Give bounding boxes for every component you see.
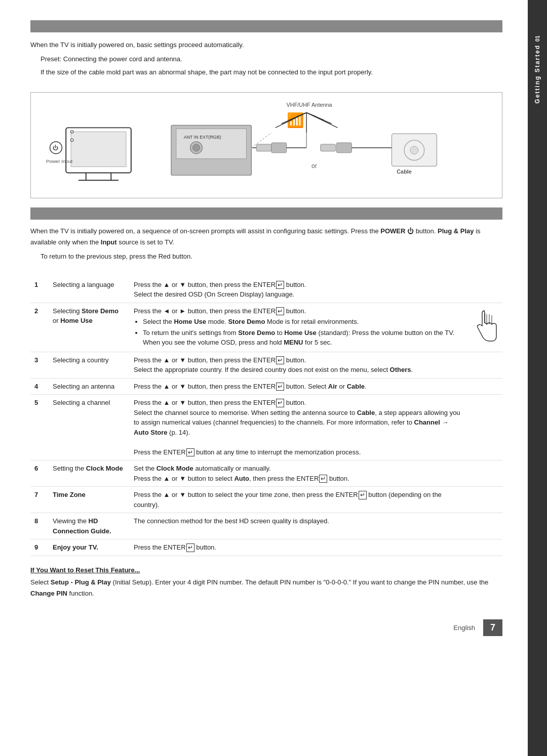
svg-text:VHF/UHF Antenna: VHF/UHF Antenna (287, 102, 333, 108)
svg-rect-12 (71, 132, 126, 167)
svg-rect-28 (271, 143, 287, 153)
step-8-label: Viewing the HD Connection Guide. (49, 513, 130, 539)
side-tab-number: 01 (534, 35, 540, 41)
step-2-label: Selecting Store Demo or Home Use (49, 303, 130, 352)
table-row: 8 Viewing the HD Connection Guide. The c… (30, 513, 502, 539)
step-9-desc: Press the ENTER↵ button. (130, 539, 467, 556)
step-5-label: Selecting a channel (49, 395, 130, 460)
step-9-label: Enjoy your TV. (49, 539, 130, 556)
enter-icon: ↵ (276, 307, 284, 315)
hand-icon (472, 308, 497, 344)
step-8-number: 8 (30, 513, 49, 539)
enter-icon: ↵ (186, 543, 194, 552)
step-4-number: 4 (30, 378, 49, 395)
reset-title: If You Want to Reset This Feature... (30, 566, 502, 574)
table-row: 5 Selecting a channel Press the ▲ or ▼ b… (30, 395, 502, 460)
hand-icon-cell (467, 303, 502, 352)
step-4-label: Selecting an antenna (49, 378, 130, 395)
enter-icon: ↵ (276, 281, 284, 289)
svg-rect-37 (321, 144, 336, 151)
step-9-number: 9 (30, 539, 49, 556)
indent-text-1: Preset: Connecting the power cord and an… (41, 54, 502, 65)
svg-point-33 (410, 146, 418, 154)
steps-table: 1 Selecting a language Press the ▲ or ▼ … (30, 277, 502, 556)
step-5-desc: Press the ▲ or ▼ button, then press the … (130, 395, 467, 460)
svg-rect-22 (176, 129, 247, 159)
reset-section: If You Want to Reset This Feature... Sel… (30, 566, 502, 599)
step-2-number: 2 (30, 303, 49, 352)
return-text: To return to the previous step, press th… (41, 251, 502, 262)
svg-rect-38 (337, 143, 352, 153)
intro-text-2: When the TV is initially powered on, a s… (30, 226, 502, 248)
side-tab-label: Getting Started (534, 45, 541, 104)
step-5-number: 5 (30, 395, 49, 460)
footer: English 7 (30, 614, 502, 636)
reset-text: Select Setup - Plug & Play (Initial Setu… (30, 577, 502, 599)
indent-text-2: If the size of the cable mold part was a… (41, 67, 502, 78)
home-use-bold: Home Use (60, 317, 93, 324)
store-demo-bold: Store Demo (82, 307, 119, 315)
step-7-label: Time Zone (49, 487, 130, 513)
svg-text:Power Input: Power Input (46, 158, 73, 164)
power-bold: POWER (380, 227, 405, 235)
step-1-number: 1 (30, 277, 49, 303)
footer-language: English (453, 624, 475, 632)
svg-point-25 (193, 144, 200, 151)
svg-text:ANT IN   EXT(RGB): ANT IN EXT(RGB) (184, 135, 221, 140)
plug-play-bold: Plug & Play (438, 227, 474, 235)
step-3-label: Selecting a country (49, 352, 130, 378)
step-7-number: 7 (30, 487, 49, 513)
table-row: 3 Selecting a country Press the ▲ or ▼ b… (30, 352, 502, 378)
antenna-diagram: VHF/UHF Antenna 📶 (30, 92, 502, 198)
enter-icon: ↵ (319, 475, 327, 483)
enter-icon: ↵ (276, 356, 284, 364)
step-6-label: Setting the Clock Mode (49, 460, 130, 487)
step-1-desc: Press the ▲ or ▼ button, then press the … (130, 277, 467, 303)
input-bold: Input (101, 238, 117, 246)
side-tab: 01 Getting Started (528, 0, 547, 756)
table-row: 6 Setting the Clock Mode Set the Clock M… (30, 460, 502, 487)
table-row: 4 Selecting an antenna Press the ▲ or ▼ … (30, 378, 502, 395)
svg-line-10 (306, 113, 337, 128)
step-6-number: 6 (30, 460, 49, 487)
step-4-desc: Press the ▲ or ▼ button, then press the … (130, 378, 467, 395)
svg-text:Cable: Cable (397, 169, 412, 175)
step-2-desc: Press the ◄ or ► button, then press the … (130, 303, 467, 352)
clock-mode-bold: Clock Mode (86, 465, 123, 472)
step-3-desc: Press the ▲ or ▼ button, then press the … (130, 352, 467, 378)
svg-text:or: or (311, 162, 317, 170)
step-7-desc: Press the ▲ or ▼ button to select the yo… (130, 487, 467, 513)
enter-icon: ↵ (186, 448, 194, 456)
table-row: 2 Selecting Store Demo or Home Use Press… (30, 303, 502, 352)
table-row: 1 Selecting a language Press the ▲ or ▼ … (30, 277, 502, 303)
step-6-desc: Set the Clock Mode automatically or manu… (130, 460, 467, 487)
svg-text:⏻: ⏻ (53, 145, 58, 151)
enter-icon: ↵ (359, 491, 367, 499)
table-row: 7 Time Zone Press the ▲ or ▼ button to s… (30, 487, 502, 513)
page-number: 7 (483, 619, 502, 636)
enter-icon: ↵ (276, 399, 284, 407)
intro-text-1: When the TV is initially powered on, bas… (30, 39, 502, 51)
step-8-desc: The connection method for the best HD sc… (130, 513, 467, 539)
enter-icon: ↵ (276, 383, 284, 391)
svg-rect-26 (256, 144, 271, 151)
step-3-number: 3 (30, 352, 49, 378)
step-1-label: Selecting a language (49, 277, 130, 303)
table-row: 9 Enjoy your TV. Press the ENTER↵ button… (30, 539, 502, 556)
